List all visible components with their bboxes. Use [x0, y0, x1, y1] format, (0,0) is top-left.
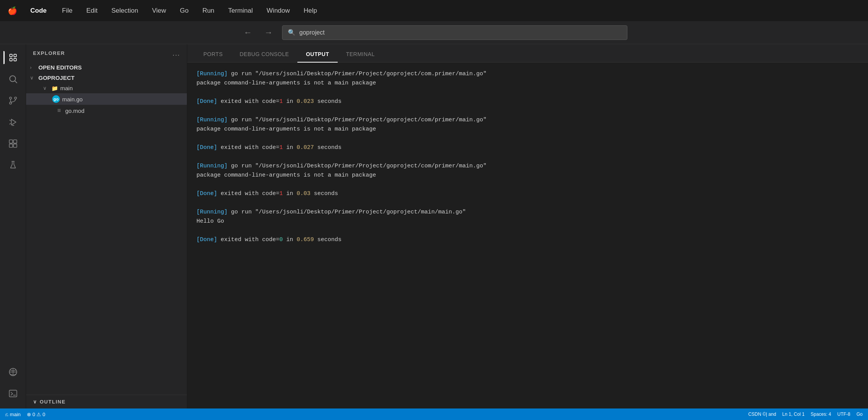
svg-rect-1	[10, 58, 12, 61]
output-line: [Done] exited with code=1 in 0.023 secon…	[196, 97, 859, 106]
chevron-down-icon-main: ∨	[43, 85, 49, 91]
outline-label: OUTLINE	[40, 399, 66, 405]
output-line: [Running] go run "/Users/jsonli/Desktop/…	[196, 116, 859, 125]
status-encoding[interactable]: UTF-8	[837, 412, 850, 417]
folder-main[interactable]: ∨ 📁 main	[26, 83, 187, 93]
search-box[interactable]: 🔍	[282, 25, 627, 40]
status-left: ⎌ main ⊗ 0 ⚠ 0	[5, 412, 45, 417]
output-line: [Running] go run "/Users/jsonli/Desktop/…	[196, 69, 859, 79]
output-content[interactable]: [Running] go run "/Users/jsonli/Desktop/…	[187, 63, 868, 408]
open-editors-label: OPEN EDITORS	[38, 64, 82, 71]
output-line: Hello Go	[196, 217, 859, 226]
output-line: [Running] go run "/Users/jsonli/Desktop/…	[196, 208, 859, 217]
svg-rect-3	[14, 58, 16, 61]
menu-terminal[interactable]: Terminal	[226, 5, 255, 16]
svg-rect-11	[9, 144, 13, 147]
section-open-editors: › OPEN EDITORS	[26, 62, 187, 73]
menu-item-code[interactable]: Code	[28, 5, 49, 16]
status-csdn: CSDN ©| and	[748, 412, 776, 417]
section-goproject: ∨ GOPROJECT ∨ 📁 main go main.go ≡	[26, 73, 187, 116]
output-line: [Done] exited with code=1 in 0.027 secon…	[196, 143, 859, 152]
sidebar-more-button[interactable]: ...	[172, 49, 180, 58]
tab-debug-console[interactable]: DEBUG CONSOLE	[231, 46, 297, 63]
outline-section: ∨ OUTLINE	[26, 395, 187, 408]
menu-view[interactable]: View	[150, 5, 168, 16]
back-button[interactable]: ←	[241, 26, 255, 39]
chevron-right-icon: ›	[30, 64, 36, 70]
go-file-icon: go	[52, 95, 60, 103]
output-line: [Running] go run "/Users/jsonli/Desktop/…	[196, 162, 859, 171]
menu-selection[interactable]: Selection	[109, 5, 140, 16]
status-bar: ⎌ main ⊗ 0 ⚠ 0 CSDN ©| and Ln 1, Col 1 S…	[0, 408, 868, 420]
status-spaces[interactable]: Spaces: 4	[811, 412, 831, 417]
chevron-down-outline-icon: ∨	[33, 399, 38, 405]
apple-logo: 🍎	[8, 6, 17, 15]
search-input[interactable]	[299, 29, 622, 36]
svg-rect-14	[9, 390, 17, 397]
forward-button[interactable]: →	[261, 26, 276, 39]
activity-terminal-side[interactable]	[3, 384, 23, 403]
svg-rect-2	[14, 54, 16, 57]
sidebar: EXPLORER ... › OPEN EDITORS ∨ GOPROJECT …	[26, 44, 187, 408]
activity-explorer[interactable]	[3, 48, 23, 67]
output-block-7: [Running] go run "/Users/jsonli/Desktop/…	[196, 208, 859, 226]
tab-ports[interactable]: PORTS	[195, 46, 231, 63]
menu-window[interactable]: Window	[264, 5, 292, 16]
status-position[interactable]: Ln 1, Col 1	[782, 412, 805, 417]
status-language[interactable]: Go	[856, 412, 863, 417]
activity-extensions[interactable]	[3, 134, 23, 153]
menu-edit[interactable]: Edit	[84, 5, 100, 16]
activity-source-control[interactable]	[3, 91, 23, 110]
menu-run[interactable]: Run	[200, 5, 216, 16]
status-right: CSDN ©| and Ln 1, Col 1 Spaces: 4 UTF-8 …	[748, 412, 863, 417]
status-branch[interactable]: ⎌ main	[5, 412, 21, 417]
tab-terminal[interactable]: TERMINAL	[338, 46, 383, 63]
goproject-label: GOPROJECT	[38, 74, 74, 81]
output-line: package command-line-arguments is not a …	[196, 125, 859, 134]
output-line: [Done] exited with code=1 in 0.03 second…	[196, 189, 859, 198]
menu-help[interactable]: Help	[301, 5, 319, 16]
panel-tabs: PORTS DEBUG CONSOLE OUTPUT TERMINAL	[187, 44, 868, 63]
output-block-5: [Running] go run "/Users/jsonli/Desktop/…	[196, 162, 859, 180]
file-go-mod-label: go.mod	[65, 107, 84, 114]
sidebar-tree: › OPEN EDITORS ∨ GOPROJECT ∨ 📁 main	[26, 62, 187, 395]
file-main-go-label: main.go	[62, 96, 83, 103]
activity-bar	[0, 44, 26, 408]
output-block-6: [Done] exited with code=1 in 0.03 second…	[196, 189, 859, 198]
status-errors[interactable]: ⊗ 0 ⚠ 0	[27, 412, 45, 417]
menu-go[interactable]: Go	[178, 5, 191, 16]
menu-file[interactable]: File	[60, 5, 75, 16]
output-line: package command-line-arguments is not a …	[196, 79, 859, 88]
chevron-down-icon: ∨	[30, 75, 36, 81]
editor-area: PORTS DEBUG CONSOLE OUTPUT TERMINAL [Run…	[187, 44, 868, 408]
go-mod-icon: ≡	[55, 107, 63, 114]
folder-icon: 📁	[51, 85, 58, 91]
svg-rect-9	[9, 140, 13, 143]
sidebar-title: EXPLORER	[33, 50, 65, 56]
output-block-2: [Done] exited with code=1 in 0.023 secon…	[196, 97, 859, 106]
tab-output[interactable]: OUTPUT	[297, 46, 338, 63]
output-line: package command-line-arguments is not a …	[196, 171, 859, 180]
svg-line-5	[15, 81, 17, 83]
activity-remote-explorer[interactable]	[3, 362, 23, 382]
activity-search[interactable]	[3, 69, 23, 89]
output-block-1: [Running] go run "/Users/jsonli/Desktop/…	[196, 69, 859, 88]
goproject-header[interactable]: ∨ GOPROJECT	[26, 73, 187, 83]
search-icon: 🔍	[288, 29, 295, 36]
sidebar-header: EXPLORER ...	[26, 44, 187, 62]
menu-bar: File Edit Selection View Go Run Terminal…	[60, 5, 320, 16]
titlebar: 🍎 Code File Edit Selection View Go Run T…	[0, 0, 868, 21]
output-block-3: [Running] go run "/Users/jsonli/Desktop/…	[196, 116, 859, 134]
folder-main-label: main	[60, 85, 73, 91]
outline-header[interactable]: ∨ OUTLINE	[33, 399, 180, 405]
file-go-mod[interactable]: ≡ go.mod	[26, 105, 187, 116]
svg-rect-10	[13, 140, 17, 143]
open-editors-header[interactable]: › OPEN EDITORS	[26, 62, 187, 73]
svg-rect-12	[13, 144, 17, 147]
output-block-8: [Done] exited with code=0 in 0.659 secon…	[196, 235, 859, 245]
output-line: [Done] exited with code=0 in 0.659 secon…	[196, 235, 859, 245]
activity-testing[interactable]	[3, 155, 23, 175]
activity-run-debug[interactable]	[3, 112, 23, 132]
main-area: EXPLORER ... › OPEN EDITORS ∨ GOPROJECT …	[0, 44, 868, 408]
file-main-go[interactable]: go main.go	[26, 93, 187, 105]
